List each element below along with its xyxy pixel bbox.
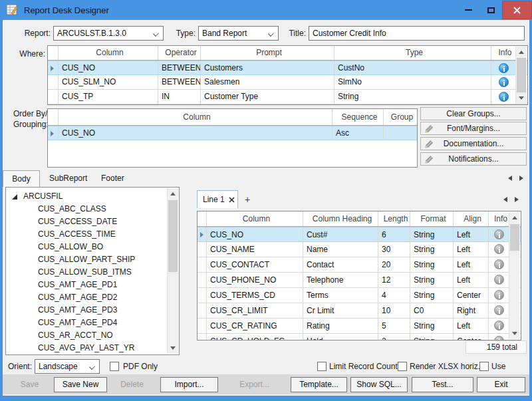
line-grid-scrollbar[interactable] <box>509 212 520 339</box>
where-grid-scrollbar[interactable] <box>515 47 527 104</box>
template-button[interactable]: Template... <box>291 377 347 392</box>
tree-node[interactable]: CUS_ALLOW_SUB_ITMS <box>6 266 179 279</box>
scroll-down-icon[interactable] <box>519 96 524 100</box>
tab-scroll-left-icon[interactable] <box>503 197 507 202</box>
maximize-button[interactable] <box>479 1 502 19</box>
table-row[interactable]: CUS_CONTACT Contact 20 String Left <box>198 257 521 273</box>
where-col-header[interactable]: Operator <box>158 46 201 60</box>
render-xlsx-checkbox[interactable] <box>398 362 407 371</box>
where-col-header[interactable]: Column <box>59 46 158 60</box>
tree-node[interactable]: CUS_ALLOW_BO <box>6 241 179 253</box>
order-col-header[interactable]: Column <box>59 109 332 125</box>
order-col-header[interactable]: Group <box>384 109 417 125</box>
tree-node[interactable]: CUS_AMT_AGE_PD3 <box>6 304 179 317</box>
show-sql-button[interactable]: Show SQL... <box>350 377 408 392</box>
clear-groups-button[interactable]: Clear Groups... <box>420 107 527 120</box>
documentation-button[interactable]: Documentation... <box>420 137 527 150</box>
tree-node[interactable]: CUS_AVG_PAY_LAST_YR <box>6 342 179 354</box>
tree-node[interactable]: CUS_ALLOW_PART_SHIP <box>6 253 179 266</box>
scrollbar-thumb[interactable] <box>168 200 178 272</box>
pdf-only-checkbox[interactable] <box>110 362 119 371</box>
tree-node-root[interactable]: ARCUSFIL <box>6 190 179 203</box>
info-icon[interactable] <box>494 336 504 340</box>
table-row[interactable]: CUS_NO Cust# 6 String Left <box>198 227 521 242</box>
scroll-up-icon[interactable] <box>512 216 517 219</box>
tree-node[interactable]: CUS_ACCESS_DATE <box>6 215 179 228</box>
table-row[interactable]: CUS_NAME Name 30 String Left <box>198 242 521 257</box>
save-button[interactable]: Save <box>7 377 53 392</box>
tree-node[interactable]: CUS_AMT_AGE_PD4 <box>6 317 179 329</box>
info-icon[interactable] <box>499 77 509 87</box>
table-row[interactable]: CUS_TP IN Customer Type String <box>48 90 527 104</box>
table-row[interactable]: CUS_NO BETWEEN Customers CustNo <box>48 61 527 75</box>
tree-scrollbar[interactable] <box>167 188 178 354</box>
orient-combobox[interactable]: Landscape <box>35 359 100 374</box>
tab-scroll-left-icon[interactable] <box>508 176 512 181</box>
info-icon[interactable] <box>494 275 504 285</box>
where-col-header[interactable]: Prompt <box>201 46 334 60</box>
delete-button[interactable]: Delete <box>108 377 156 392</box>
tree-node[interactable]: CUS_AMT_AGE_PD2 <box>6 291 179 304</box>
type-combobox[interactable]: Band Report <box>198 26 279 41</box>
notifications-button[interactable]: Notifications... <box>420 152 527 166</box>
import-button[interactable]: Import... <box>160 377 218 392</box>
table-row[interactable]: CUS_SLM_NO BETWEEN Salesmen SlmNo <box>48 75 527 90</box>
limit-record-count-label[interactable]: Limit Record Count <box>329 359 398 374</box>
table-row[interactable]: CUS_PHONE_NO Telephone 12 String Left <box>198 273 521 288</box>
line-col-header[interactable]: Align <box>454 211 489 226</box>
tree-node[interactable]: CUS_ACCESS_TIME <box>6 228 179 241</box>
table-row[interactable]: CUS_CR_HOLD_FG Hold 2 String Center <box>198 334 521 340</box>
tree-node[interactable]: CUS_AMT_AGE_PD1 <box>6 279 179 291</box>
info-icon[interactable] <box>494 290 504 300</box>
table-row[interactable]: CUS_CR_LIMIT Cr Limit 10 C0 Right <box>198 303 521 319</box>
scroll-up-icon[interactable] <box>170 192 176 196</box>
titlebar[interactable]: Report Desk Designer <box>0 0 532 20</box>
scroll-down-icon[interactable] <box>170 346 176 350</box>
where-col-header[interactable]: Type <box>334 46 491 60</box>
scrollbar-thumb[interactable] <box>517 58 526 92</box>
table-row[interactable]: CUS_CR_RATING Rating 5 String Left <box>198 319 521 334</box>
tab-body[interactable]: Body <box>3 170 40 187</box>
tree-node[interactable]: CUS_ABC_CLASS <box>6 203 179 215</box>
close-tab-icon[interactable] <box>229 197 235 203</box>
line-col-header[interactable]: Length <box>378 211 410 226</box>
line-col-header[interactable]: Column <box>207 211 303 226</box>
table-row[interactable]: CUS_NO Asc <box>48 126 417 140</box>
test-button[interactable]: Test... <box>412 377 473 392</box>
exit-button[interactable]: Exit <box>477 377 525 392</box>
report-combobox[interactable]: ARCUSLST.B.1.3.0 <box>53 26 164 41</box>
scroll-down-icon[interactable] <box>512 332 517 335</box>
add-line-tab[interactable]: + <box>238 193 257 207</box>
tree-node[interactable]: CUS_AR_ACCT_NO <box>6 329 179 342</box>
tab-scroll-right-icon[interactable] <box>519 176 523 181</box>
save-new-button[interactable]: Save New <box>54 377 107 392</box>
close-button[interactable] <box>502 1 532 19</box>
line-col-header[interactable]: Column Heading <box>303 211 378 226</box>
render-xlsx-label[interactable]: Render XLSX horiz. <box>410 359 480 374</box>
title-input[interactable]: Customer Credit Info <box>309 26 525 41</box>
table-row[interactable]: CUS_TERMS_CD Terms 4 String Center <box>198 288 521 303</box>
tab-scroll-right-icon[interactable] <box>515 197 519 202</box>
info-icon[interactable] <box>494 244 504 254</box>
font-margins-button[interactable]: Font/Margins... <box>420 122 527 135</box>
scrollbar-thumb[interactable] <box>510 224 519 251</box>
use-greenbar-checkbox[interactable] <box>479 362 489 371</box>
info-icon[interactable] <box>499 63 509 73</box>
tab-footer[interactable]: Footer <box>101 174 124 183</box>
info-icon[interactable] <box>499 92 509 102</box>
scroll-up-icon[interactable] <box>519 51 524 54</box>
limit-record-count-checkbox[interactable] <box>317 362 327 371</box>
minimize-button[interactable] <box>457 1 479 19</box>
info-icon[interactable] <box>494 259 504 269</box>
info-icon[interactable] <box>494 321 504 331</box>
line-col-header[interactable]: Format <box>410 211 454 226</box>
where-col-header[interactable]: Info <box>491 46 515 60</box>
export-button[interactable]: Export... <box>223 377 286 392</box>
info-icon[interactable] <box>494 305 504 315</box>
order-col-header[interactable]: Sequence <box>332 109 384 125</box>
line-col-header[interactable]: Info <box>489 211 509 226</box>
info-icon[interactable] <box>494 229 504 239</box>
tab-subreport[interactable]: SubReport <box>49 174 87 183</box>
tree-expanded-icon[interactable] <box>11 194 18 200</box>
tab-line-1[interactable]: Line 1 <box>197 190 238 208</box>
